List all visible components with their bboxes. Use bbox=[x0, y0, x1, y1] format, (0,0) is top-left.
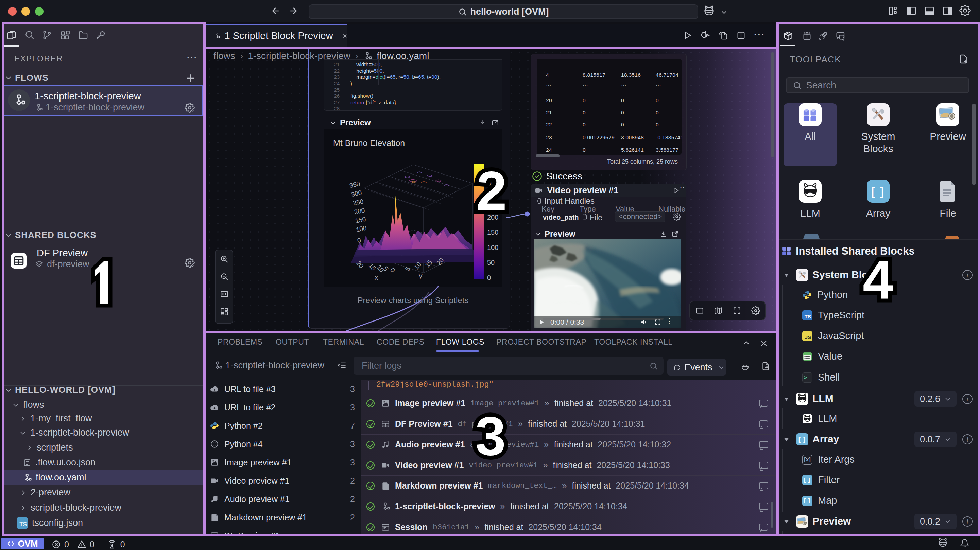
svg-text:3: 3 bbox=[475, 405, 506, 466]
svg-text:2: 2 bbox=[476, 160, 507, 221]
svg-text:4: 4 bbox=[863, 249, 893, 310]
